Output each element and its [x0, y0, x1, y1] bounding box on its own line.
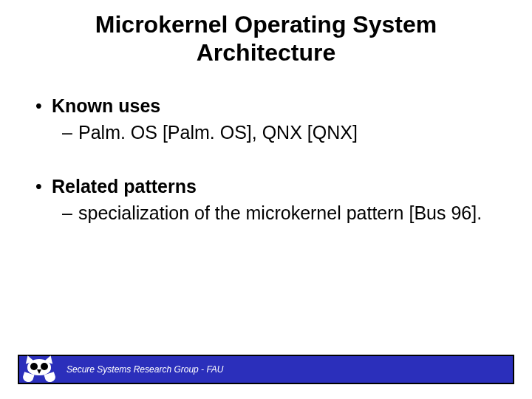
slide-title: Microkernel Operating System Architectur…: [0, 0, 532, 67]
slide: Microkernel Operating System Architectur…: [0, 0, 532, 399]
owl-logo-icon: [19, 356, 59, 383]
footer-text: Secure Systems Research Group - FAU: [59, 364, 224, 375]
bullet-known-uses: Known uses: [30, 94, 502, 119]
title-line-1: Microkernel Operating System: [30, 10, 502, 38]
title-line-2: Architecture: [30, 38, 502, 66]
footer-bar: Secure Systems Research Group - FAU: [18, 355, 514, 384]
subbullet-known-uses-1: Palm. OS [Palm. OS], QNX [QNX]: [30, 120, 502, 146]
slide-body: Known uses Palm. OS [Palm. OS], QNX [QNX…: [0, 67, 532, 226]
bullet-label: Related patterns: [52, 176, 197, 197]
spacer: [30, 145, 502, 170]
bullet-label: Known uses: [52, 95, 160, 116]
bullet-related-patterns: Related patterns: [30, 174, 502, 200]
subbullet-related-patterns-1: specialization of the microkernel patter…: [30, 201, 502, 226]
